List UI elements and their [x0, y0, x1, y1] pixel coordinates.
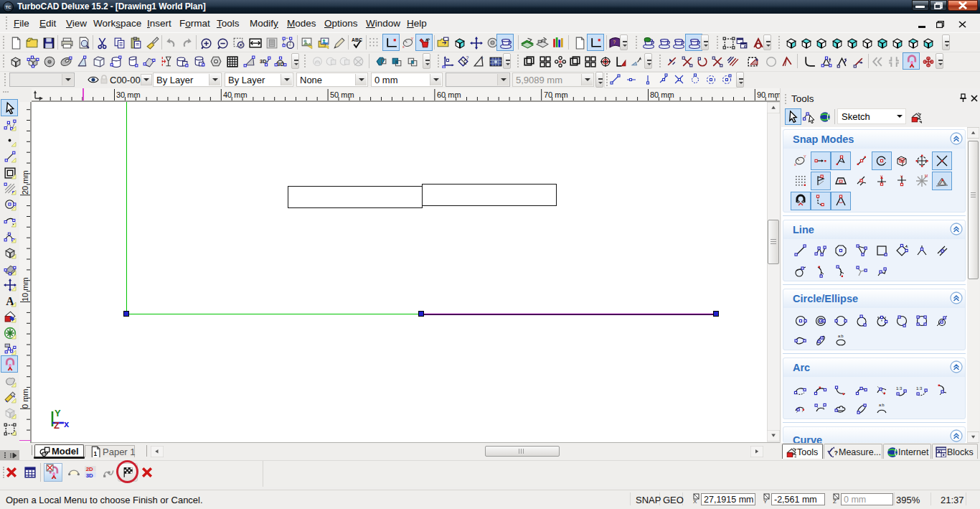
svg-text:a:b: a:b — [838, 334, 844, 338]
svg-text:2D: 2D — [86, 466, 93, 472]
svg-text:x: x — [64, 419, 70, 429]
svg-text:?: ? — [834, 449, 838, 457]
svg-text:M: M — [925, 174, 928, 178]
svg-text:ABC: ABC — [352, 37, 362, 42]
svg-text:3D: 3D — [277, 61, 284, 67]
svg-text:?: ? — [481, 56, 484, 61]
svg-text:x: x — [794, 162, 796, 167]
svg-text:¥: ¥ — [880, 174, 883, 179]
svg-text:a:b: a:b — [879, 403, 885, 407]
svg-text:1:3: 1:3 — [896, 386, 903, 391]
svg-text:3D: 3D — [86, 472, 93, 479]
svg-text:?: ? — [466, 55, 469, 60]
svg-text:Z: Z — [833, 498, 837, 504]
svg-text:k: k — [906, 244, 908, 248]
svg-text:Y: Y — [804, 154, 806, 159]
svg-text:1: 1 — [93, 450, 97, 457]
svg-text:Y: Y — [763, 498, 768, 504]
svg-text:1:3: 1:3 — [916, 386, 923, 391]
svg-text:?: ? — [613, 39, 616, 45]
svg-text:X: X — [693, 498, 697, 504]
svg-text:Z: Z — [54, 420, 60, 431]
svg-text:¥: ¥ — [900, 174, 903, 179]
svg-text:Y: Y — [55, 408, 61, 419]
svg-text:x: x — [402, 45, 405, 49]
svg-text:Y: Y — [411, 37, 414, 41]
